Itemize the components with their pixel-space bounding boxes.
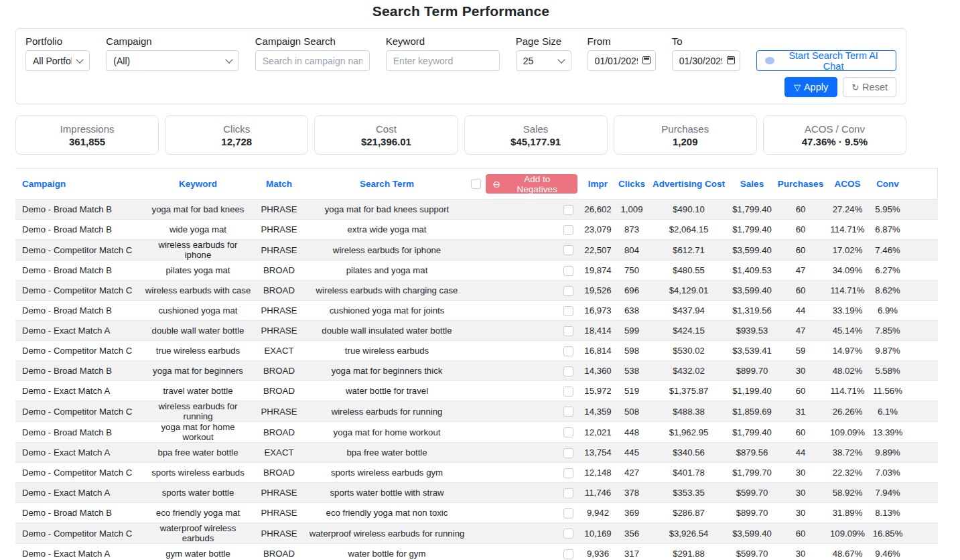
reset-button[interactable]: ↻ Reset xyxy=(843,77,896,97)
table-row: Demo - Broad Match B pilates yoga mat BR… xyxy=(15,261,938,281)
filter-funnel-icon: ▽ xyxy=(794,83,801,92)
cell-campaign: Demo - Competitor Match C xyxy=(15,341,143,361)
cell-advertising-cost: $424.15 xyxy=(647,321,730,341)
cell-advertising-cost: $480.55 xyxy=(647,261,730,281)
row-checkbox[interactable] xyxy=(563,245,573,255)
column-header-clicks[interactable]: Clicks xyxy=(616,169,647,200)
keyword-input[interactable] xyxy=(386,50,500,71)
cell-sales: $1,859.69 xyxy=(730,401,774,422)
row-checkbox[interactable] xyxy=(563,225,573,235)
cell-impr: 19,874 xyxy=(579,261,616,281)
add-to-negatives-button[interactable]: ⊖ Add to Negatives xyxy=(486,174,577,194)
row-checkbox[interactable] xyxy=(563,286,573,296)
cell-impr: 9,936 xyxy=(579,544,616,560)
column-header-purchases[interactable]: Purchases xyxy=(774,169,827,200)
cell-purchases: 60 xyxy=(774,240,827,261)
row-checkbox[interactable] xyxy=(563,266,573,276)
cell-filler xyxy=(908,463,938,483)
page-size-select[interactable]: 25 xyxy=(516,50,571,71)
cell-campaign: Demo - Broad Match B xyxy=(15,220,143,240)
cell-sales: $1,799.40 xyxy=(730,220,774,240)
cell-clicks: 873 xyxy=(616,220,647,240)
cell-campaign: Demo - Competitor Match C xyxy=(15,240,143,261)
column-header-acos[interactable]: ACOS xyxy=(827,169,868,200)
column-header-keyword[interactable]: Keyword xyxy=(143,169,253,200)
portfolio-label: Portfolio xyxy=(25,36,90,47)
cell-acos: 109.09% xyxy=(827,523,868,544)
row-checkbox[interactable] xyxy=(563,387,573,397)
cell-clicks: 804 xyxy=(616,240,647,261)
column-header-match[interactable]: Match xyxy=(253,169,305,200)
cell-search-term: yoga mat for beginners thick xyxy=(305,361,469,381)
portfolio-select[interactable]: All Portfolios xyxy=(25,50,90,71)
row-checkbox[interactable] xyxy=(563,326,573,336)
cell-filler xyxy=(908,281,938,301)
row-checkbox[interactable] xyxy=(563,205,573,215)
column-header-advertising-cost[interactable]: Advertising Cost xyxy=(647,169,730,200)
column-header-actions: ⊖ Add to Negatives xyxy=(469,169,579,200)
cell-impr: 26,602 xyxy=(579,200,616,220)
cell-filler xyxy=(908,261,938,281)
table-row: Demo - Competitor Match C wireless earbu… xyxy=(15,401,938,422)
column-header-search-term[interactable]: Search Term xyxy=(305,169,469,200)
cell-checkbox xyxy=(469,544,579,560)
cell-purchases: 30 xyxy=(774,503,827,523)
row-checkbox[interactable] xyxy=(563,508,573,518)
column-header-sales[interactable]: Sales xyxy=(730,169,774,200)
summary-card: Cost $21,396.01 xyxy=(314,115,458,155)
calendar-icon[interactable] xyxy=(727,56,735,64)
start-ai-chat-button[interactable]: Start Search Term AI Chat xyxy=(756,50,896,71)
cell-match: PHRASE xyxy=(253,523,305,544)
row-checkbox[interactable] xyxy=(563,529,573,539)
cell-sales: $1,799.40 xyxy=(730,200,774,220)
cell-purchases: 60 xyxy=(774,422,827,443)
row-checkbox[interactable] xyxy=(563,306,573,316)
campaign-select[interactable]: (All) xyxy=(106,50,238,71)
column-header-impr[interactable]: Impr xyxy=(579,169,616,200)
cell-match: PHRASE xyxy=(253,401,305,422)
filter-panel: Portfolio All Portfolios Campaign (All) … xyxy=(15,28,906,104)
cell-sales: $3,599.40 xyxy=(730,240,774,261)
row-checkbox[interactable] xyxy=(563,488,573,498)
cell-conv: 5.95% xyxy=(868,200,908,220)
calendar-icon[interactable] xyxy=(642,56,650,64)
summary-card-label: Cost xyxy=(376,123,397,135)
cell-checkbox xyxy=(469,301,579,321)
cell-conv: 8.62% xyxy=(868,281,908,301)
cell-checkbox xyxy=(469,200,579,220)
table-row: Demo - Competitor Match C true wireless … xyxy=(15,341,938,361)
apply-button[interactable]: ▽ Apply xyxy=(784,77,837,97)
cell-filler xyxy=(908,220,938,240)
cell-clicks: 356 xyxy=(616,523,647,544)
campaign-search-input[interactable] xyxy=(255,50,370,71)
cell-advertising-cost: $353.35 xyxy=(647,483,730,503)
row-checkbox[interactable] xyxy=(563,407,573,417)
chat-bubble-icon xyxy=(765,57,774,64)
column-header-conv[interactable]: Conv xyxy=(868,169,908,200)
cell-sales: $3,539.41 xyxy=(730,341,774,361)
cell-impr: 23,079 xyxy=(579,220,616,240)
column-header-campaign[interactable]: Campaign xyxy=(15,169,143,200)
cell-advertising-cost: $612.71 xyxy=(647,240,730,261)
cell-conv: 13.39% xyxy=(868,422,908,443)
row-checkbox[interactable] xyxy=(563,346,573,356)
select-all-checkbox[interactable] xyxy=(471,179,481,189)
cell-advertising-cost: $291.88 xyxy=(647,544,730,560)
cell-advertising-cost: $3,926.54 xyxy=(647,523,730,544)
row-checkbox[interactable] xyxy=(563,427,573,437)
cell-campaign: Demo - Broad Match B xyxy=(15,422,143,443)
cell-purchases: 59 xyxy=(774,341,827,361)
row-checkbox[interactable] xyxy=(563,549,573,559)
summary-card: Sales $45,177.91 xyxy=(464,115,608,155)
page-title: Search Term Performance xyxy=(15,3,906,19)
summary-cards-row: Impressions 361,855 Clicks 12,728 Cost $… xyxy=(15,115,906,155)
row-checkbox[interactable] xyxy=(563,448,573,458)
cell-clicks: 599 xyxy=(616,321,647,341)
row-checkbox[interactable] xyxy=(563,366,573,376)
cell-conv: 6.87% xyxy=(868,220,908,240)
row-checkbox[interactable] xyxy=(563,468,573,478)
cell-advertising-cost: $530.02 xyxy=(647,341,730,361)
cell-campaign: Demo - Broad Match B xyxy=(15,200,143,220)
cell-campaign: Demo - Broad Match B xyxy=(15,361,143,381)
table-row: Demo - Broad Match B yoga mat for beginn… xyxy=(15,361,938,381)
